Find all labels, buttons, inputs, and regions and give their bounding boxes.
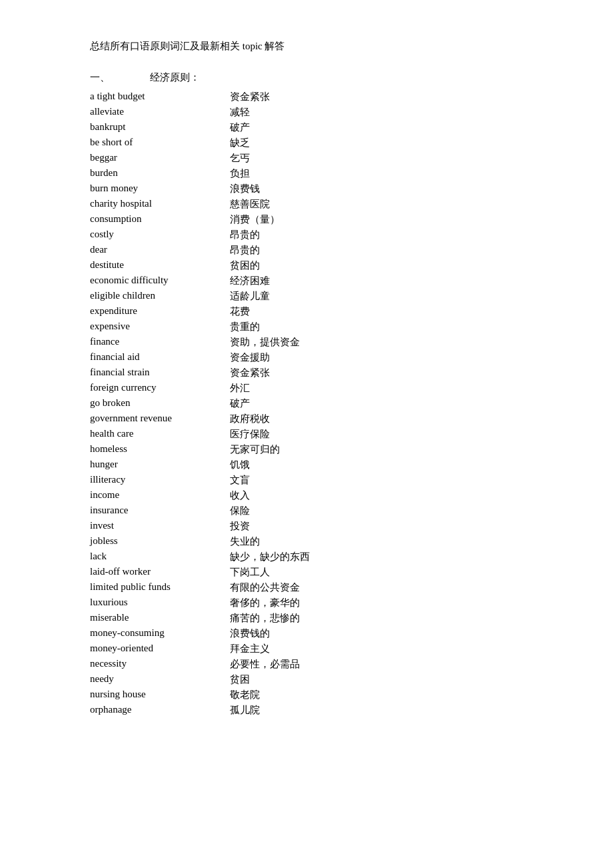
- vocab-zh-19: 外汇: [230, 382, 310, 397]
- vocab-zh-7: 慈善医院: [230, 198, 310, 213]
- vocab-zh-22: 医疗保险: [230, 428, 310, 443]
- vocab-row: health care医疗保险: [90, 428, 310, 443]
- vocab-row: eligible children适龄儿童: [90, 290, 310, 305]
- vocab-en-35: money-consuming: [90, 627, 230, 643]
- vocab-zh-20: 破产: [230, 397, 310, 413]
- vocab-row: financial aid资金援助: [90, 351, 310, 367]
- vocab-row: homeless无家可归的: [90, 443, 310, 459]
- vocab-en-19: foreign currency: [90, 382, 230, 397]
- vocab-zh-17: 资金援助: [230, 351, 310, 367]
- vocab-row: destitute贫困的: [90, 259, 310, 275]
- vocab-en-37: necessity: [90, 658, 230, 673]
- vocab-zh-11: 贫困的: [230, 259, 310, 275]
- vocab-zh-40: 孤儿院: [230, 704, 310, 719]
- vocab-zh-16: 资助，提供资金: [230, 336, 310, 351]
- vocab-zh-26: 收入: [230, 489, 310, 505]
- vocab-row: illiteracy文盲: [90, 474, 310, 489]
- section-number: 一、: [90, 71, 110, 84]
- vocab-en-17: financial aid: [90, 351, 230, 367]
- vocab-zh-12: 经济困难: [230, 275, 310, 290]
- vocab-row: jobless失业的: [90, 535, 310, 551]
- vocab-row: beggar乞丐: [90, 152, 310, 167]
- vocab-en-39: nursing house: [90, 689, 230, 704]
- vocab-zh-36: 拜金主义: [230, 643, 310, 658]
- vocab-en-5: burden: [90, 167, 230, 183]
- vocab-en-25: illiteracy: [90, 474, 230, 489]
- vocab-en-16: finance: [90, 336, 230, 351]
- vocab-row: government revenue政府税收: [90, 413, 310, 428]
- vocab-zh-38: 贫困: [230, 673, 310, 689]
- vocab-zh-14: 花费: [230, 305, 310, 321]
- vocab-en-12: economic difficulty: [90, 275, 230, 290]
- vocab-zh-9: 昂贵的: [230, 229, 310, 244]
- section-label: 经济原则：: [150, 71, 200, 84]
- vocab-en-13: eligible children: [90, 290, 230, 305]
- vocab-row: dear昂贵的: [90, 244, 310, 259]
- vocab-zh-15: 贵重的: [230, 321, 310, 336]
- vocab-zh-6: 浪费钱: [230, 183, 310, 198]
- vocab-zh-10: 昂贵的: [230, 244, 310, 259]
- vocab-zh-35: 浪费钱的: [230, 627, 310, 643]
- vocab-row: lack缺少，缺少的东西: [90, 551, 310, 566]
- vocab-row: finance资助，提供资金: [90, 336, 310, 351]
- vocab-zh-37: 必要性，必需品: [230, 658, 310, 673]
- vocab-zh-34: 痛苦的，悲惨的: [230, 612, 310, 627]
- vocab-en-0: a tight budget: [90, 91, 230, 106]
- vocab-zh-29: 失业的: [230, 535, 310, 551]
- vocab-row: income收入: [90, 489, 310, 505]
- vocab-en-31: laid-off worker: [90, 566, 230, 581]
- vocab-zh-21: 政府税收: [230, 413, 310, 428]
- vocab-row: be short of缺乏: [90, 137, 310, 152]
- vocab-zh-33: 奢侈的，豪华的: [230, 597, 310, 612]
- vocab-en-11: destitute: [90, 259, 230, 275]
- vocab-zh-4: 乞丐: [230, 152, 310, 167]
- vocab-row: hunger饥饿: [90, 459, 310, 474]
- vocab-en-20: go broken: [90, 397, 230, 413]
- vocab-row: expenditure花费: [90, 305, 310, 321]
- vocab-row: burn money浪费钱: [90, 183, 310, 198]
- vocab-row: miserable痛苦的，悲惨的: [90, 612, 310, 627]
- vocab-en-15: expensive: [90, 321, 230, 336]
- vocab-row: a tight budget资金紧张: [90, 91, 310, 106]
- vocab-zh-28: 投资: [230, 520, 310, 535]
- vocab-zh-2: 破产: [230, 121, 310, 137]
- vocab-zh-1: 减轻: [230, 106, 310, 121]
- vocab-row: money-consuming浪费钱的: [90, 627, 310, 643]
- vocab-list: a tight budget资金紧张alleviate减轻bankrupt破产b…: [90, 91, 310, 719]
- vocab-en-24: hunger: [90, 459, 230, 474]
- vocab-en-27: insurance: [90, 505, 230, 520]
- vocab-en-29: jobless: [90, 535, 230, 551]
- vocab-zh-27: 保险: [230, 505, 310, 520]
- vocab-en-18: financial strain: [90, 367, 230, 382]
- vocab-row: economic difficulty经济困难: [90, 275, 310, 290]
- vocab-row: invest投资: [90, 520, 310, 535]
- vocab-row: money-oriented拜金主义: [90, 643, 310, 658]
- vocab-row: financial strain资金紧张: [90, 367, 310, 382]
- vocab-zh-18: 资金紧张: [230, 367, 310, 382]
- vocab-en-28: invest: [90, 520, 230, 535]
- vocab-en-7: charity hospital: [90, 198, 230, 213]
- page-title: 总结所有口语原则词汇及最新相关 topic 解答: [90, 40, 523, 53]
- vocab-zh-13: 适龄儿童: [230, 290, 310, 305]
- vocab-row: burden负担: [90, 167, 310, 183]
- vocab-en-2: bankrupt: [90, 121, 230, 137]
- vocab-zh-32: 有限的公共资金: [230, 581, 310, 597]
- vocab-row: limited public funds有限的公共资金: [90, 581, 310, 597]
- vocab-row: costly昂贵的: [90, 229, 310, 244]
- vocab-en-8: consumption: [90, 213, 230, 229]
- vocab-row: laid-off worker下岗工人: [90, 566, 310, 581]
- vocab-en-22: health care: [90, 428, 230, 443]
- vocab-en-6: burn money: [90, 183, 230, 198]
- vocab-en-23: homeless: [90, 443, 230, 459]
- vocab-zh-31: 下岗工人: [230, 566, 310, 581]
- vocab-row: expensive贵重的: [90, 321, 310, 336]
- vocab-row: orphanage孤儿院: [90, 704, 310, 719]
- vocab-en-4: beggar: [90, 152, 230, 167]
- vocab-en-26: income: [90, 489, 230, 505]
- vocab-zh-8: 消费（量）: [230, 213, 310, 229]
- vocab-zh-3: 缺乏: [230, 137, 310, 152]
- vocab-row: alleviate减轻: [90, 106, 310, 121]
- vocab-zh-25: 文盲: [230, 474, 310, 489]
- vocab-en-14: expenditure: [90, 305, 230, 321]
- vocab-zh-0: 资金紧张: [230, 91, 310, 106]
